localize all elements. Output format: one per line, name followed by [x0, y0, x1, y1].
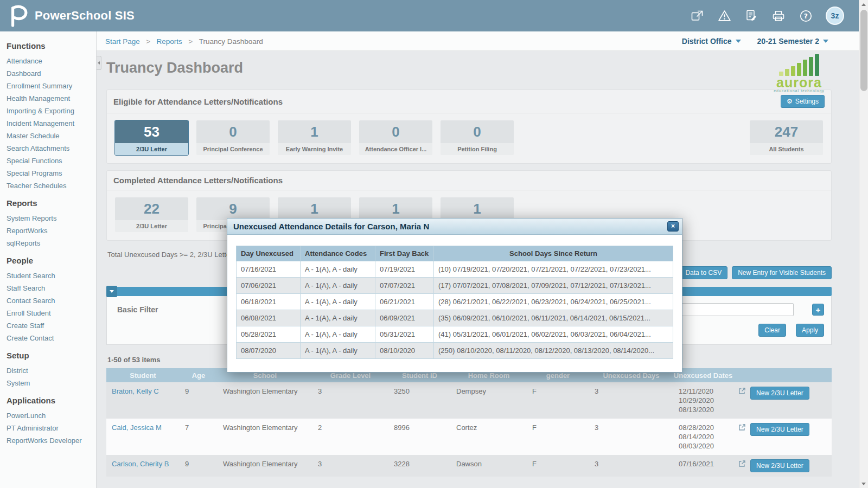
modal-header[interactable]: Unexcused Attendance Details for Carson,… [227, 219, 682, 235]
cell-student-id: 3250 [388, 382, 451, 419]
sidebar-item-enroll-student[interactable]: Enroll Student [0, 307, 96, 319]
cell-unexcused-dates: 08/28/2020 08/14/2020 08/03/2020 [673, 419, 733, 455]
card-principal-conference[interactable]: 0 Principal Conference [196, 120, 270, 156]
school-selector[interactable]: District Office [682, 37, 741, 46]
sidebar-item-system[interactable]: System [0, 377, 96, 389]
student-name-link[interactable]: Caid, Jessica M [112, 423, 162, 432]
apply-button[interactable]: Apply [796, 324, 824, 337]
help-icon[interactable]: ? [799, 9, 813, 23]
powerschool-logo[interactable] [8, 4, 29, 28]
alert-icon[interactable] [717, 9, 731, 23]
chevron-down-icon [736, 40, 741, 43]
cell-age: 9 [180, 455, 218, 477]
chevron-down-icon [110, 290, 114, 293]
external-link-icon[interactable] [738, 387, 746, 397]
col-actions [733, 368, 832, 382]
card-all-students[interactable]: 247 All Students [749, 120, 824, 156]
add-filter-button[interactable]: + [812, 304, 824, 316]
modal-table-row: 06/08/2021 A - 1(A), A - daily 06/09/202… [237, 310, 673, 326]
new-letter-button[interactable]: New 2/3U Letter [750, 459, 809, 472]
filter-collapse-toggle[interactable] [106, 286, 117, 297]
external-link-icon[interactable] [738, 460, 746, 470]
clear-button[interactable]: Clear [758, 324, 786, 337]
sidebar-collapse-handle[interactable] [97, 56, 101, 70]
report-queue-icon[interactable] [744, 9, 758, 23]
card-label: Early Warning Invite [278, 143, 351, 155]
sidebar-section-applications: Applications [0, 389, 96, 409]
cell-school: Washington Elementary [218, 455, 312, 477]
card-label: Attendance Officer I... [359, 143, 432, 155]
col-student[interactable]: Student [106, 368, 180, 382]
sidebar-item-student-search[interactable]: Student Search [0, 269, 96, 282]
card-petition-filing[interactable]: 0 Petition Filing [440, 120, 514, 156]
sidebar-item-sqlreports[interactable]: sqlReports [0, 237, 96, 249]
table-row: Braton, Kelly C 9 Washington Elementary … [106, 382, 832, 419]
external-link-icon[interactable] [738, 423, 746, 433]
sidebar-item-search-attachments[interactable]: Search Attachments [0, 142, 96, 155]
cell-home-room: Dawson [451, 455, 527, 477]
scrollbar-thumb[interactable] [860, 10, 867, 91]
vertical-scrollbar[interactable] [859, 0, 868, 488]
cell-school: Washington Elementary [218, 419, 312, 455]
card-count: 0 [196, 120, 270, 143]
print-icon[interactable] [771, 9, 786, 23]
sidebar-item-reportworks-developer[interactable]: ReportWorks Developer [0, 434, 96, 447]
sidebar-section-functions: Functions [0, 35, 96, 55]
card-attendance-officer[interactable]: 0 Attendance Officer I... [359, 120, 433, 156]
sidebar-item-district[interactable]: District [0, 364, 96, 377]
mcell-codes: A - 1(A), A - daily [301, 294, 375, 310]
powerschool-logo-icon [9, 4, 28, 27]
new-letter-button[interactable]: New 2/3U Letter [750, 423, 809, 436]
avatar[interactable]: 3z [826, 7, 844, 25]
sidebar-item-attendance[interactable]: Attendance [0, 55, 96, 67]
card-early-warning-invite[interactable]: 1 Early Warning Invite [277, 120, 352, 156]
term-selector[interactable]: 20-21 Semester 2 [757, 37, 828, 46]
mcol-first-day-back: First Day Back [375, 246, 434, 261]
sidebar-item-staff-search[interactable]: Staff Search [0, 282, 96, 294]
mcol-day-unexcused: Day Unexcused [237, 246, 301, 261]
mcell-since: (17) 07/07/2021, 07/08/2021, 07/09/2021,… [434, 278, 673, 294]
student-name-link[interactable]: Carlson, Cherity B [112, 460, 169, 468]
sidebar-item-powerlunch[interactable]: PowerLunch [0, 409, 96, 422]
sidebar-item-master-schedule[interactable]: Master Schedule [0, 130, 96, 142]
cell-home-room: Dempsey [451, 382, 527, 419]
cell-school: Washington Elementary [218, 382, 312, 419]
card-label: All Students [750, 143, 823, 155]
sidebar-item-contact-search[interactable]: Contact Search [0, 294, 96, 307]
breadcrumb-start-page[interactable]: Start Page [105, 37, 140, 46]
new-entry-button[interactable]: New Entry for Visible Students [732, 266, 832, 279]
modal-table-row: 07/16/2021 A - 1(A), A - daily 07/19/202… [237, 261, 673, 278]
cell-age: 7 [180, 419, 218, 455]
col-age[interactable]: Age [180, 368, 218, 382]
sidebar-item-special-functions[interactable]: Special Functions [0, 155, 96, 167]
sidebar-item-system-reports[interactable]: System Reports [0, 212, 96, 224]
breadcrumb-reports[interactable]: Reports [157, 37, 182, 46]
sidebar-item-create-staff[interactable]: Create Staff [0, 319, 96, 332]
app-title: PowerSchool SIS [35, 9, 135, 23]
scroll-up-icon[interactable] [859, 0, 868, 9]
breadcrumb-separator: > [146, 37, 150, 46]
data-to-csv-button[interactable]: Data to CSV [679, 266, 727, 279]
sidebar-item-teacher-schedules[interactable]: Teacher Schedules [0, 179, 96, 192]
sidebar-item-incident-management[interactable]: Incident Management [0, 117, 96, 130]
card-23u-letter[interactable]: 53 2/3U Letter [114, 120, 189, 156]
school-selector-label: District Office [682, 37, 732, 46]
mcell-first-back: 06/21/2021 [375, 294, 434, 310]
sidebar-item-reportworks[interactable]: ReportWorks [0, 224, 96, 237]
new-letter-button[interactable]: New 2/3U Letter [750, 387, 809, 400]
mcol-attendance-codes: Attendance Codes [301, 246, 375, 261]
student-name-link[interactable]: Braton, Kelly C [112, 387, 159, 395]
sidebar-item-health-management[interactable]: Health Management [0, 92, 96, 105]
sidebar-item-create-contact[interactable]: Create Contact [0, 332, 96, 344]
sidebar-item-pt-administrator[interactable]: PT Administrator [0, 422, 96, 434]
sidebar-item-importing-exporting[interactable]: Importing & Exporting [0, 105, 96, 117]
mcell-first-back: 08/10/2020 [375, 343, 434, 359]
sidebar-item-enrollment-summary[interactable]: Enrollment Summary [0, 80, 96, 92]
new-window-icon[interactable] [690, 9, 704, 23]
scroll-down-icon[interactable] [859, 479, 868, 488]
sidebar-item-special-programs[interactable]: Special Programs [0, 167, 96, 179]
close-icon[interactable]: × [667, 221, 679, 232]
completed-card-23u-letter[interactable]: 22 2/3U Letter [114, 197, 189, 233]
sidebar-item-dashboard[interactable]: Dashboard [0, 67, 96, 80]
settings-button[interactable]: ⚙Settings [781, 95, 825, 108]
